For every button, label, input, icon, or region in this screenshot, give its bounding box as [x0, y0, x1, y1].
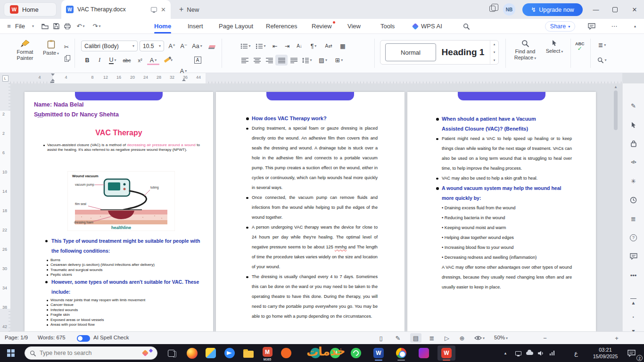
paragraph-marks-icon[interactable]: ¶▾ — [306, 41, 321, 51]
styles-up-icon[interactable]: ▴ — [494, 42, 495, 46]
search-icon[interactable] — [461, 19, 471, 33]
doc-title[interactable]: VAC Therapy — [25, 129, 213, 137]
tab-review[interactable]: Review — [312, 19, 332, 33]
print-layout-icon[interactable]: ▤ — [410, 333, 421, 343]
tools-icon[interactable]: ✳ — [623, 175, 644, 187]
page2-paragraph[interactable]: A person undergoing VAC therapy wears th… — [252, 222, 378, 272]
help-icon[interactable]: ? — [623, 231, 644, 244]
bullet-list-button[interactable]: ▾ — [239, 41, 253, 51]
highlighter-pen-icon[interactable]: ▾ — [161, 55, 175, 66]
benefit-line[interactable]: • Helping draw together wound edges — [442, 233, 572, 243]
vertical-scrollbar[interactable]: ▲ — [613, 85, 619, 330]
collapse-ribbon-icon[interactable]: ▴ — [630, 19, 640, 33]
page3-paragraph[interactable]: Patient might need a VAC to help speed u… — [442, 134, 572, 173]
maximize-button[interactable] — [605, 0, 624, 19]
taskbar-app-n[interactable]: N — [326, 346, 344, 361]
network-tray-icon[interactable] — [547, 344, 557, 362]
upgrade-button[interactable]: ↯ Upgrade now — [522, 3, 583, 16]
page-preview-icon[interactable]: ▯ — [375, 333, 387, 343]
close-button[interactable]: ✕ — [625, 0, 644, 19]
comment-icon[interactable] — [623, 250, 644, 263]
taskbar-app-12[interactable] — [415, 346, 433, 361]
font-name-combo[interactable]: Calibri (Body)▾ — [81, 41, 138, 51]
taskbar-app-m365[interactable]: M M365 — [258, 346, 276, 361]
taskbar-app-explorer[interactable] — [239, 346, 257, 361]
share-button[interactable]: Share▾ — [545, 21, 575, 32]
edit-mode-icon[interactable]: ✎ — [392, 333, 404, 343]
language-indicator[interactable]: ع — [570, 344, 582, 362]
edit-icon[interactable]: ✎ — [623, 99, 644, 112]
style-heading1[interactable]: Heading 1 — [436, 47, 490, 58]
document-tab[interactable]: W VAC Therapy.docx ✕ — [61, 0, 171, 19]
scroll-up-icon[interactable]: ▲ — [613, 85, 619, 89]
change-case-button[interactable]: Aa▾ — [190, 41, 205, 51]
select-button[interactable]: Select▾ — [542, 40, 567, 55]
list-item[interactable]: Fragile skin — [50, 313, 207, 317]
benefit-line[interactable]: • Increasing blood flow to your wound — [442, 243, 572, 253]
more-options-icon[interactable]: ⋯ — [609, 19, 619, 33]
format-painter-button[interactable]: Format Painter — [11, 40, 39, 61]
tab-selector-icon[interactable]: L — [2, 75, 8, 82]
save-icon[interactable] — [51, 19, 61, 33]
page3-subheading[interactable]: A wound vacuum system may help the wound… — [442, 183, 572, 203]
list-item[interactable]: Cancer tissue — [50, 303, 207, 307]
toolbar-settings-icon[interactable]: ≣▾ — [595, 40, 609, 50]
copy-icon[interactable] — [60, 54, 73, 65]
start-button[interactable] — [2, 346, 20, 361]
spellcheck-toggle[interactable] — [77, 335, 90, 342]
task-view-button[interactable] — [162, 346, 180, 361]
increase-font-button[interactable]: A⁺ — [166, 41, 178, 51]
previous-page-icon[interactable]: ▲ — [623, 296, 644, 309]
page3-closing-paragraph[interactable]: A VAC may offer some other advantages ov… — [442, 263, 572, 292]
history-icon[interactable] — [623, 194, 644, 206]
shading-button[interactable]: ▨▾ — [316, 55, 330, 66]
menu-file[interactable]: File — [15, 19, 25, 33]
unsuitable-heading[interactable]: However, some types of wounds aren't sui… — [51, 277, 203, 297]
web-view-icon[interactable]: ⊕ — [456, 333, 468, 343]
left-indent-marker[interactable] — [50, 82, 54, 83]
tab-page-layout[interactable]: Page Layout — [219, 19, 253, 33]
taskbar-app-2[interactable] — [202, 346, 220, 361]
vertical-ruler[interactable]: 2 2 6 10 14 18 22 26 30 34 38 42 — [0, 83, 10, 331]
horizontal-ruler[interactable]: 4 4 8 12 16 20 24 28 32 36 44 — [10, 73, 622, 83]
line-spacing-button[interactable]: ▾ — [300, 55, 314, 66]
character-border-button[interactable]: A — [191, 55, 204, 66]
list-item[interactable]: Infected wounds — [50, 308, 207, 313]
superscript-button[interactable]: x² — [134, 55, 146, 66]
styles-more-icon[interactable]: ▾ — [494, 58, 495, 62]
page2-paragraph[interactable]: The dressing is usually changed every 4 … — [252, 272, 378, 321]
outline-view-icon[interactable]: ≣ — [426, 333, 438, 343]
right-indent-marker[interactable] — [182, 79, 186, 81]
browse-object-icon[interactable]: ▪ — [623, 311, 644, 323]
zoom-tool-icon[interactable]: ▾ — [595, 55, 609, 66]
close-tab-icon[interactable]: ✕ — [161, 6, 166, 13]
minimize-button[interactable]: — — [586, 0, 605, 19]
zoom-out-button[interactable]: − — [539, 333, 551, 343]
tab-tools[interactable]: Tools — [380, 19, 395, 33]
italic-button[interactable]: I — [93, 55, 106, 66]
decrease-indent-icon[interactable]: ⇤ — [269, 41, 281, 51]
page3-paragraph[interactable]: VAC may also be used to help a skin graf… — [442, 173, 572, 183]
zoom-in-button[interactable]: + — [611, 333, 622, 343]
page-header-shape[interactable] — [458, 92, 545, 100]
wound-vacuum-diagram[interactable]: Wound vacuum vacuum pump tubing film sea… — [67, 171, 175, 231]
page-header-shape[interactable] — [75, 92, 163, 100]
play-icon[interactable]: ▷ — [441, 333, 453, 343]
tab-wps-ai[interactable]: WPS AI — [413, 19, 442, 33]
paste-button[interactable]: Paste▾ — [41, 40, 60, 57]
print-icon[interactable] — [62, 19, 73, 33]
document-page-3[interactable]: When should a patient have a Vacuum Assi… — [407, 92, 596, 331]
list-item[interactable]: Burns — [50, 258, 207, 263]
align-right-button[interactable] — [263, 55, 275, 66]
home-tab[interactable]: W Home — [4, 2, 57, 16]
styles-down-icon[interactable]: ▾ — [494, 50, 495, 54]
clock[interactable]: 03:21 15/09/2025 — [587, 346, 623, 360]
columns-icon[interactable]: ▦ — [337, 41, 349, 51]
distribute-button[interactable] — [288, 55, 300, 66]
list-item[interactable]: Exposed areas or blood vessels — [50, 318, 207, 322]
style-normal[interactable]: Normal — [385, 43, 436, 61]
redo-icon[interactable]: ↷▾ — [91, 19, 102, 33]
undo-icon[interactable]: ↶▾ — [75, 19, 86, 33]
drag-handle-icon[interactable] — [37, 113, 42, 118]
list-item[interactable]: Traumatic and surgical wounds — [50, 268, 207, 272]
